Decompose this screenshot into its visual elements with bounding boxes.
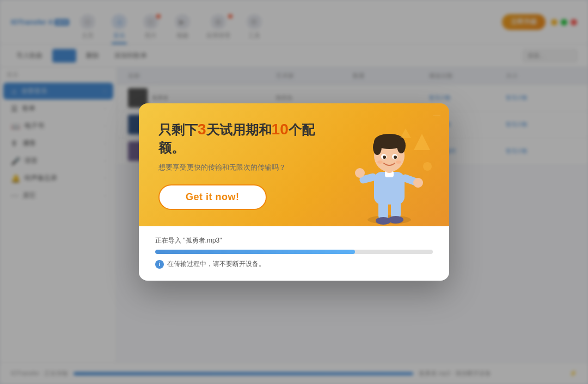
svg-point-18 [383, 156, 386, 159]
get-now-button[interactable]: Get it now! [158, 184, 267, 210]
progress-warning: i 在传输过程中，请不要断开设备。 [155, 259, 433, 269]
modal: — 只剩下3天试用期和10个配额。 想要享受更快的传输和无限次的传输吗？ Get… [139, 103, 449, 281]
svg-point-14 [373, 140, 382, 155]
modal-top-section: — 只剩下3天试用期和10个配额。 想要享受更快的传输和无限次的传输吗？ Get… [139, 103, 449, 227]
warning-icon: i [155, 260, 164, 269]
progress-label: 正在导入 "孤勇者.mp3" [155, 236, 433, 245]
modal-subtitle: 想要享受更快的传输和无限次的传输吗？ [158, 163, 329, 172]
quota-highlight: 10 [272, 121, 289, 138]
progress-bar-fill [155, 250, 355, 254]
progress-bar-track [155, 250, 433, 254]
svg-point-4 [388, 216, 403, 224]
svg-point-19 [394, 156, 397, 159]
svg-marker-22 [414, 134, 430, 150]
character-illustration [335, 123, 444, 226]
title-prefix: 只剩下 [158, 122, 198, 137]
modal-title: 只剩下3天试用期和10个配额。 [158, 120, 329, 157]
modal-close-button[interactable]: — [432, 110, 442, 120]
svg-point-10 [355, 168, 365, 178]
warning-text: 在传输过程中，请不要断开设备。 [167, 259, 265, 269]
svg-point-9 [413, 178, 423, 188]
svg-point-15 [397, 138, 406, 153]
svg-point-21 [396, 160, 401, 164]
svg-marker-24 [400, 128, 411, 138]
svg-point-23 [423, 162, 432, 171]
title-mid: 天试用期和 [206, 122, 272, 137]
days-highlight: 3 [198, 121, 206, 138]
modal-bottom-section: 正在导入 "孤勇者.mp3" i 在传输过程中，请不要断开设备。 [139, 226, 449, 281]
modal-overlay: — 只剩下3天试用期和10个配额。 想要享受更快的传输和无限次的传输吗？ Get… [0, 0, 588, 384]
svg-point-20 [377, 160, 383, 164]
